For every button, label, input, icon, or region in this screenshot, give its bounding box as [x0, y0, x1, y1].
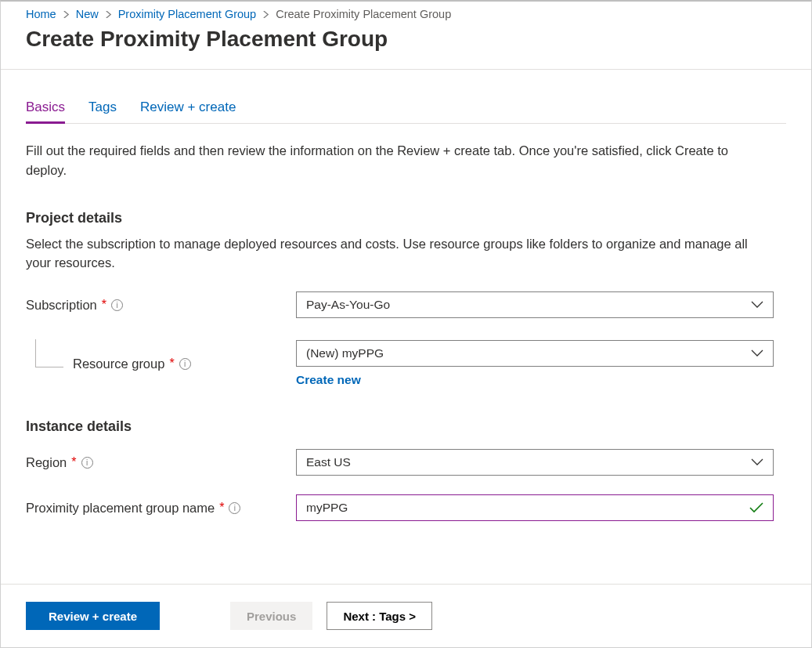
ppg-name-label: Proximity placement group name [26, 501, 215, 516]
indent-connector [35, 339, 63, 367]
tab-basics[interactable]: Basics [26, 95, 65, 123]
tab-tags[interactable]: Tags [88, 95, 117, 123]
next-button[interactable]: Next : Tags > [327, 602, 432, 630]
region-label: Region [26, 455, 67, 470]
create-new-link[interactable]: Create new [296, 373, 361, 387]
subscription-row: Subscription * i Pay-As-You-Go [26, 291, 786, 318]
instance-details-heading: Instance details [26, 418, 786, 435]
ppg-name-row: Proximity placement group name * i myPPG [26, 494, 786, 521]
info-icon[interactable]: i [179, 358, 191, 370]
chevron-down-icon [751, 458, 763, 466]
ppg-name-label-col: Proximity placement group name * i [26, 501, 296, 516]
info-icon[interactable]: i [81, 457, 93, 469]
chevron-down-icon [751, 301, 763, 309]
subscription-value: Pay-As-You-Go [306, 298, 390, 312]
page-title: Create Proximity Placement Group [1, 24, 811, 69]
nav-button-group: Previous Next : Tags > [230, 602, 432, 630]
required-indicator: * [219, 501, 224, 515]
resource-group-label: Resource group [73, 357, 164, 371]
region-row: Region * i East US [26, 449, 786, 476]
chevron-right-icon [262, 8, 269, 20]
region-label-col: Region * i [26, 455, 296, 470]
region-value: East US [306, 455, 351, 469]
chevron-down-icon [751, 349, 763, 357]
resource-group-select[interactable]: (New) myPPG [296, 340, 774, 367]
chevron-right-icon [63, 8, 70, 20]
info-icon[interactable]: i [229, 502, 240, 514]
tab-review-create[interactable]: Review + create [140, 95, 236, 123]
breadcrumb-link-new[interactable]: New [76, 8, 99, 20]
breadcrumb-link-home[interactable]: Home [26, 8, 56, 20]
footer-bar: Review + create Previous Next : Tags > [1, 584, 811, 647]
subscription-label: Subscription [26, 298, 97, 313]
review-create-button[interactable]: Review + create [26, 602, 160, 630]
required-indicator: * [102, 298, 106, 312]
breadcrumb-current: Create Proximity Placement Group [276, 8, 451, 20]
ppg-name-input[interactable]: myPPG [296, 494, 774, 521]
project-details-heading: Project details [26, 210, 786, 226]
tab-bar: Basics Tags Review + create [26, 95, 786, 124]
resource-group-label-col: Resource group * i [26, 357, 296, 371]
required-indicator: * [169, 357, 174, 371]
previous-button: Previous [230, 602, 312, 630]
intro-text: Fill out the required fields and then re… [26, 124, 762, 186]
subscription-select[interactable]: Pay-As-You-Go [296, 291, 774, 318]
breadcrumb-link-ppg[interactable]: Proximity Placement Group [118, 8, 256, 20]
project-details-desc: Select the subscription to manage deploy… [26, 234, 762, 273]
resource-group-value: (New) myPPG [306, 346, 384, 360]
content-area: Basics Tags Review + create Fill out the… [1, 70, 811, 584]
checkmark-icon [749, 502, 763, 513]
ppg-name-value: myPPG [306, 501, 348, 515]
required-indicator: * [71, 455, 76, 469]
info-icon[interactable]: i [111, 299, 123, 311]
page-container: Home New Proximity Placement Group Creat… [0, 0, 812, 648]
subscription-label-col: Subscription * i [26, 298, 296, 313]
chevron-right-icon [105, 8, 112, 20]
region-select[interactable]: East US [296, 449, 774, 476]
resource-group-row: Resource group * i (New) myPPG Create ne… [26, 340, 786, 387]
breadcrumb: Home New Proximity Placement Group Creat… [1, 2, 811, 24]
